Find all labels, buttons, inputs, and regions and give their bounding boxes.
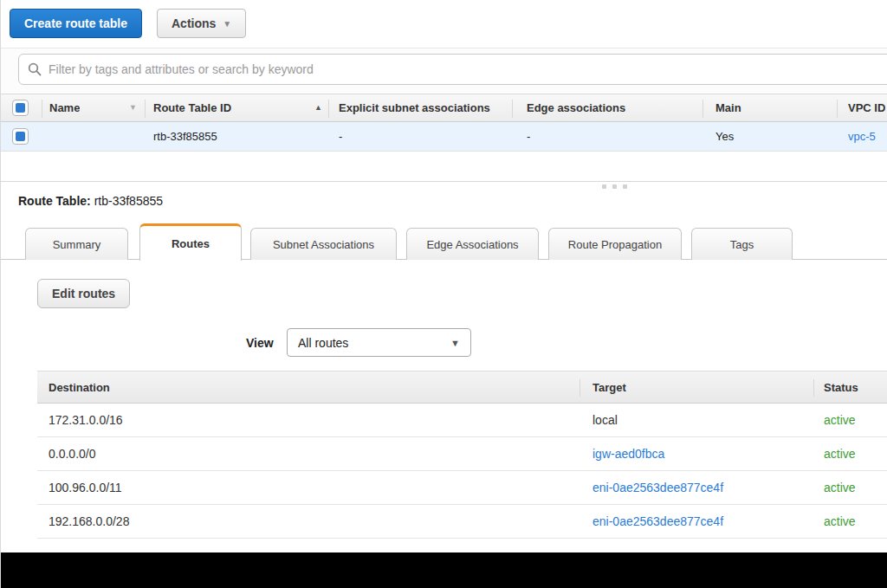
create-route-table-button[interactable]: Create route table	[10, 9, 142, 38]
tab-summary[interactable]: Summary	[25, 228, 128, 260]
column-divider	[837, 100, 838, 118]
column-header-status: Status	[824, 381, 858, 394]
route-destination: 100.96.0.0/11	[49, 481, 122, 494]
chevron-down-icon: ▼	[223, 19, 231, 29]
column-divider	[42, 100, 42, 118]
sort-icon-name[interactable]: ▼	[129, 103, 137, 112]
filter-input[interactable]	[49, 62, 884, 76]
checkbox-checked-indicator	[16, 132, 25, 141]
column-divider	[328, 100, 329, 118]
search-icon	[28, 62, 42, 76]
tab-route-propagation[interactable]: Route Propagation	[548, 228, 682, 260]
row-checkbox[interactable]	[12, 128, 29, 145]
row-route-table-id: rtb-33f85855	[153, 130, 217, 143]
view-label: View	[246, 336, 274, 350]
chevron-down-icon: ▼	[450, 338, 460, 348]
route-status: active	[824, 481, 856, 494]
column-header-vpc-id[interactable]: VPC ID	[848, 101, 885, 114]
edit-routes-button[interactable]: Edit routes	[37, 279, 130, 308]
select-all-checkbox[interactable]	[12, 100, 29, 116]
column-divider	[813, 379, 814, 397]
route-row: 100.96.0.0/11 eni-0ae2563dee877ce4f acti…	[37, 471, 887, 505]
route-row: 192.168.0.0/28 eni-0ae2563dee877ce4f act…	[37, 505, 887, 539]
row-edge-associations: -	[527, 130, 530, 143]
routes-table: Destination Target Status 172.31.0.0/16 …	[37, 371, 887, 539]
route-target: local	[592, 413, 618, 427]
route-status: active	[824, 514, 856, 528]
detail-heading: Route Table: rtb-33f85855	[18, 194, 163, 208]
view-select[interactable]: All routes ▼	[287, 328, 471, 357]
route-table-row[interactable]: rtb-33f85855 - - Yes vpc-5	[1, 122, 887, 152]
tab-edge-associations[interactable]: Edge Associations	[406, 228, 539, 260]
filter-input-container[interactable]	[18, 54, 887, 85]
detail-heading-label: Route Table:	[18, 194, 91, 208]
column-divider	[702, 100, 703, 118]
panel-resize-handle[interactable]	[602, 184, 627, 189]
letterbox-bottom	[1, 552, 887, 588]
panel-divider	[1, 181, 887, 182]
column-header-destination: Destination	[49, 381, 110, 394]
vpc-route-tables-page: Create route table Actions ▼ Name ▼ Rout…	[0, 0, 887, 588]
sort-icon-route-table-id[interactable]: ▲	[314, 103, 322, 112]
column-header-main[interactable]: Main	[715, 101, 741, 114]
column-header-edge-associations[interactable]: Edge associations	[527, 101, 625, 114]
route-status: active	[824, 413, 856, 427]
actions-button[interactable]: Actions ▼	[157, 9, 246, 38]
column-header-explicit-subnet-association[interactable]: Explicit subnet associations	[339, 101, 508, 114]
routes-header-row: Destination Target Status	[37, 371, 887, 404]
row-vpc-id-link[interactable]: vpc-5	[848, 130, 876, 143]
column-divider	[579, 379, 580, 397]
column-divider	[512, 100, 513, 118]
row-explicit-subnet-association: -	[339, 130, 342, 143]
tab-routes[interactable]: Routes	[139, 223, 242, 261]
detail-heading-value: rtb-33f85855	[94, 194, 163, 208]
route-target-link[interactable]: eni-0ae2563dee877ce4f	[592, 514, 723, 528]
row-main: Yes	[715, 130, 734, 143]
route-status: active	[824, 447, 856, 461]
route-target-link[interactable]: eni-0ae2563dee877ce4f	[592, 481, 723, 494]
column-header-route-table-id[interactable]: Route Table ID	[153, 101, 231, 114]
actions-button-label: Actions	[172, 16, 216, 30]
route-destination: 172.31.0.0/16	[49, 413, 123, 427]
route-row: 0.0.0.0/0 igw-aed0fbca active	[37, 437, 887, 471]
column-header-name[interactable]: Name	[49, 101, 80, 114]
route-row: 172.31.0.0/16 local active	[37, 404, 887, 437]
checkbox-checked-indicator	[16, 103, 25, 113]
route-destination: 0.0.0.0/0	[49, 447, 96, 461]
column-header-target: Target	[592, 381, 626, 394]
route-tables-header-row: Name ▼ Route Table ID ▲ Explicit subnet …	[1, 94, 887, 122]
column-divider	[145, 100, 146, 118]
route-target-link[interactable]: igw-aed0fbca	[592, 447, 664, 461]
route-destination: 192.168.0.0/28	[49, 514, 129, 528]
tab-tags[interactable]: Tags	[691, 228, 793, 260]
filter-toolbar	[1, 48, 887, 93]
tab-subnet-associations[interactable]: Subnet Associations	[250, 228, 397, 260]
view-select-value: All routes	[298, 336, 348, 350]
